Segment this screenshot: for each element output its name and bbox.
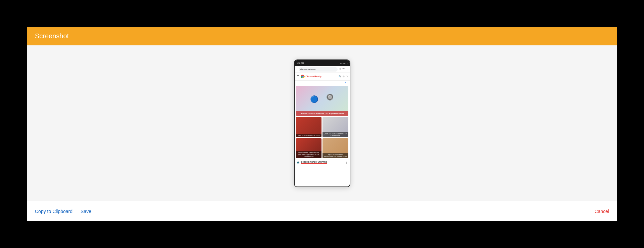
chrome-logo-icon xyxy=(300,74,305,79)
article-overlay-4: Top 20 Chromebook Accessories You Need i… xyxy=(323,153,348,158)
cancel-button[interactable]: Cancel xyxy=(594,209,609,214)
url-text: chromeready.com xyxy=(300,68,316,70)
menu-icon: ⋮ xyxy=(346,68,348,71)
save-button[interactable]: Save xyxy=(81,209,91,214)
dialog-body: 9:10 AM ▲ ● ▪ ▪ ▪ ⌂ chromeready.com ⬆ ☰ … xyxy=(27,45,617,201)
facebook-icon: f xyxy=(345,81,346,84)
home-icon: ⌂ xyxy=(296,68,297,71)
url-bar: chromeready.com xyxy=(299,67,338,72)
site-logo: ChromeReady xyxy=(300,74,321,79)
article-main-overlay: Chrome OS vs Chromium OS: Key Difference… xyxy=(296,111,348,116)
phone-status-bar: 9:10 AM ▲ ● ▪ ▪ ▪ xyxy=(295,60,350,66)
social-icons: f t xyxy=(295,81,350,84)
article-item-3: New Chrome extension lets you use Google… xyxy=(296,138,322,158)
nav-icons: 🔍 ⊙ ☽ xyxy=(339,75,348,78)
status-time: 9:10 AM xyxy=(297,62,304,64)
bookmark-icon: ☰ xyxy=(342,68,345,71)
share-icon: ⬆ xyxy=(339,68,341,71)
search-icon: 🔍 xyxy=(339,75,342,78)
article-overlay-1: Best 5 Chromebooks of 2019 xyxy=(296,134,322,137)
status-icons: ▲ ● ▪ ▪ ▪ xyxy=(340,62,348,64)
chromium-icon-large: 🔘 xyxy=(326,93,334,100)
svg-point-0 xyxy=(302,76,304,78)
updates-icon: 📺 xyxy=(297,161,300,164)
website-content: ☰ ChromeReady 🔍 ⊙ xyxy=(295,73,350,187)
screenshot-dialog: Screenshot 9:10 AM ▲ ● ▪ ▪ ▪ ⌂ chromerea… xyxy=(27,27,617,221)
article-title-2: Quick Tip: How to right-click on Chromeb… xyxy=(324,132,347,136)
hamburger-icon: ☰ xyxy=(297,75,299,78)
articles-row-1: Best 5 Chromebooks of 2019 Quick Tip: Ho… xyxy=(296,117,348,137)
articles-row-2: New Chrome extension lets you use Google… xyxy=(296,138,348,158)
dialog-header: Screenshot xyxy=(27,27,617,45)
footer-left-actions: Copy to Clipboard Save xyxy=(35,209,91,214)
phone-preview: 9:10 AM ▲ ● ▪ ▪ ▪ ⌂ chromeready.com ⬆ ☰ … xyxy=(294,59,350,187)
copy-to-clipboard-button[interactable]: Copy to Clipboard xyxy=(35,209,72,214)
article-main-title: Chrome OS vs Chromium OS: Key Difference… xyxy=(297,113,347,115)
article-main: 🔵 🔘 Chrome OS vs Chromium OS: Key Differ… xyxy=(296,86,348,116)
articles-grid: 🔵 🔘 Chrome OS vs Chromium OS: Key Differ… xyxy=(295,84,350,160)
article-title-1: Best 5 Chromebooks of 2019 xyxy=(297,134,321,136)
article-item-1: Best 5 Chromebooks of 2019 xyxy=(296,117,322,137)
updates-label: CHROME READY UPDATES xyxy=(301,161,327,164)
dialog-footer: Copy to Clipboard Save Cancel xyxy=(27,201,617,221)
site-nav: ☰ ChromeReady 🔍 ⊙ xyxy=(295,73,350,81)
browser-bar: ⌂ chromeready.com ⬆ ☰ ⋮ xyxy=(295,66,350,73)
twitter-icon: t xyxy=(347,81,348,84)
toggle-icon: ⊙ xyxy=(343,75,345,78)
logo-text: ChromeReady xyxy=(306,75,321,78)
dark-icon: ☽ xyxy=(346,75,348,78)
article-item-2: Quick Tip: How to right-click on Chromeb… xyxy=(323,117,348,137)
chrome-icon-large: 🔵 xyxy=(310,95,318,103)
article-overlay-3: New Chrome extension lets you use Google… xyxy=(296,151,322,158)
article-title-4: Top 20 Chromebook Accessories You Need i… xyxy=(324,154,347,158)
browser-action-icons: ⬆ ☰ ⋮ xyxy=(339,68,348,71)
article-overlay-2: Quick Tip: How to right-click on Chromeb… xyxy=(323,132,348,137)
article-title-3: New Chrome extension lets you use Google… xyxy=(297,152,321,158)
dialog-title: Screenshot xyxy=(35,32,69,40)
article-item-4: Top 20 Chromebook Accessories You Need i… xyxy=(323,138,348,158)
updates-bar: 📺 CHROME READY UPDATES ⋮ xyxy=(295,160,350,165)
updates-more-icon: ⋮ xyxy=(345,161,348,164)
